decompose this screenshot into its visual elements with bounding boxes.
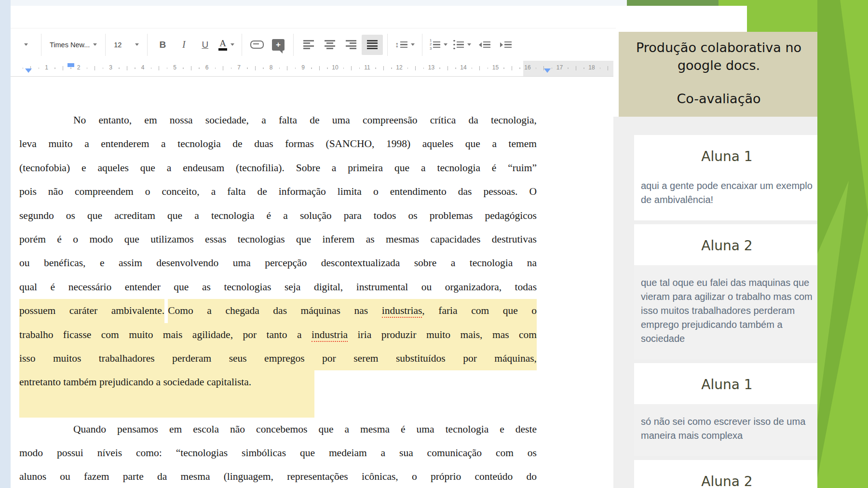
bold-button[interactable]: B (152, 35, 173, 55)
align-left-button[interactable] (298, 35, 319, 55)
ruler-tick (568, 68, 569, 69)
align-center-button[interactable] (319, 35, 340, 55)
ruler-tick (415, 66, 416, 70)
menu-bar-extension (613, 6, 747, 32)
font-size-select[interactable]: 12 (110, 35, 143, 55)
ruler-tick (479, 66, 480, 70)
ruler-number: 2 (77, 64, 81, 71)
comment-text: que tal oque eu falei das maquinas que v… (634, 265, 820, 359)
ruler-number: 11 (364, 64, 370, 71)
comment-author: Aluna 2 (634, 460, 820, 488)
ruler-tick (448, 66, 448, 70)
ruler-tick (159, 66, 159, 70)
docs-toolbar: Times New... 12 B I U A + ↕ 123 (11, 28, 616, 61)
ruler-tick (151, 68, 152, 69)
document-page[interactable]: No entanto, em nossa sociedade, a falta … (11, 77, 616, 488)
left-indent-marker[interactable] (25, 68, 32, 73)
document-line: qual é necessário entender que as tecnol… (19, 275, 537, 299)
ruler-number: 1 (45, 64, 48, 71)
ruler-tick (608, 66, 608, 70)
ruler-tick (215, 68, 216, 69)
ruler-tick (600, 68, 601, 69)
insert-link-button[interactable] (246, 35, 268, 55)
line-spacing-button[interactable]: ↕ (392, 35, 418, 55)
text-segment: No entanto, em nossa sociedade, a falta … (73, 114, 537, 126)
ruler-tick (231, 68, 232, 69)
chevron-down-icon (231, 43, 234, 46)
comment-text: só não sei como escrever isso de uma man… (634, 404, 820, 456)
numbered-list-bars-icon (433, 40, 440, 49)
presentation-slide: arFerramentasTabelaComplementosAjuda Tod… (0, 0, 868, 488)
comment-author: Aluna 2 (634, 224, 820, 265)
text-color-button[interactable]: A (216, 35, 237, 55)
document-line: segundo os que acreditam que a tecnologi… (19, 204, 537, 228)
bullet-list-icon (453, 40, 455, 50)
insert-comment-button[interactable]: + (268, 35, 289, 55)
ruler-tick (536, 68, 537, 69)
toolbar-separator (41, 34, 41, 56)
ruler-number: 7 (237, 64, 241, 71)
document-line: No entanto, em nossa sociedade, a falta … (19, 108, 537, 132)
document-line: (tecnofobia) e aqueles que a endeusam (t… (19, 156, 537, 180)
ruler-tick (472, 68, 473, 69)
decrease-indent-bars-icon (483, 40, 490, 49)
increase-indent-button[interactable] (495, 35, 516, 55)
numbered-list-button[interactable]: 123 (427, 35, 450, 55)
ruler-tick (295, 68, 296, 69)
ruler-tick (383, 66, 384, 70)
font-family-select[interactable]: Times New... (46, 35, 101, 55)
ruler-number: 17 (556, 64, 563, 71)
comment-card: Aluna 2 Ok (634, 460, 820, 488)
align-justify-button[interactable] (362, 35, 383, 55)
bullet-list-button[interactable] (450, 35, 474, 55)
misspelled-word: industrias (382, 305, 422, 318)
ruler-tick (223, 66, 223, 70)
document-line: pois não compreendem o conceito, a falta… (19, 180, 537, 203)
ruler-tick (119, 68, 120, 69)
ruler-tick (423, 68, 424, 69)
align-right-button[interactable] (340, 35, 362, 55)
decrease-indent-button[interactable] (474, 35, 495, 55)
ruler-tick (343, 68, 344, 69)
toolbar-separator (242, 34, 242, 56)
bullet-list-bars-icon (457, 40, 464, 49)
document-line: leva muito a entenderem a tecnologia de … (19, 132, 537, 156)
italic-button[interactable]: I (173, 35, 194, 55)
ruler-tick (488, 68, 488, 69)
ruler-tick (375, 68, 376, 69)
comments-panel: Aluna 1 aqui a gente pode encaixar um ex… (613, 117, 820, 488)
ruler-tick (407, 68, 408, 69)
document-line: isso muitos trabalhadores perderam seus … (19, 347, 537, 370)
ruler-number: 6 (205, 64, 209, 71)
chevron-down-icon (24, 43, 28, 46)
text-segment: segundo os que acreditam que a tecnologi… (19, 210, 537, 221)
line-spacing-bars-icon (400, 40, 407, 49)
toolbar-overflow-button[interactable] (15, 35, 37, 55)
first-line-indent-marker[interactable] (68, 63, 74, 67)
ruler-tick (247, 68, 248, 69)
underline-button[interactable]: U (194, 35, 216, 55)
text-segment: ou benéficas, e assim desenvolvendo uma … (19, 257, 537, 269)
ruler-tick (311, 68, 312, 69)
comment-author: Aluna 1 (634, 135, 820, 175)
ruler: 12345678910111213141516171819 (11, 61, 616, 77)
comment-card: Aluna 2 que tal oque eu falei das maquin… (634, 224, 820, 359)
window-left-edge (0, 0, 11, 488)
ruler-tick (199, 68, 200, 69)
increase-indent-bars-icon (504, 40, 512, 49)
text-segment: modo possui níveis como: “tecnologias si… (19, 447, 537, 459)
ruler-tick (552, 68, 553, 69)
ruler-number: 9 (301, 64, 305, 71)
text-segment: (tecnofobia) e aqueles que a endeusam (t… (19, 162, 537, 174)
ruler-number: 15 (492, 64, 499, 71)
ruler-tick (95, 66, 95, 70)
toolbar-separator (147, 34, 148, 56)
right-indent-marker[interactable] (544, 68, 551, 73)
ruler-tick (512, 66, 512, 70)
text-segment: porém é o modo que utilizamos essas tecn… (19, 233, 537, 245)
text-color-icon: A (218, 39, 227, 51)
chevron-down-icon (444, 43, 448, 46)
document-line: modo possui níveis como: “tecnologias si… (19, 441, 537, 465)
align-left-icon (303, 39, 314, 51)
comment-card: Aluna 1 só não sei como escrever isso de… (634, 363, 820, 456)
